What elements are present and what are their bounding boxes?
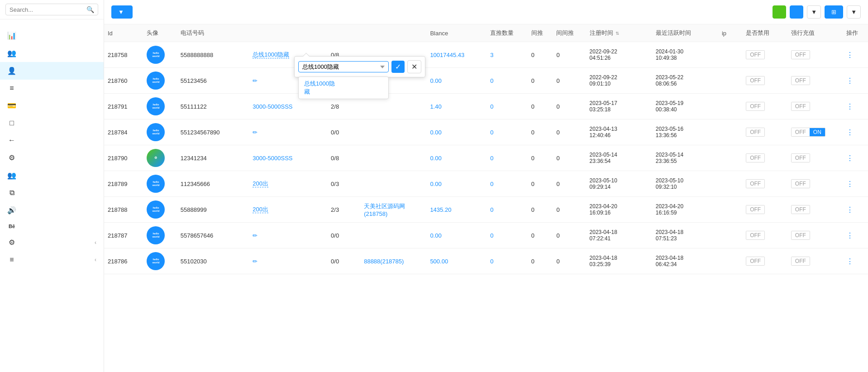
export-dropdown-button[interactable]: ▼: [807, 5, 821, 19]
popup-cancel-button[interactable]: ✕: [407, 60, 421, 73]
more-icon[interactable]: ⋮: [846, 206, 854, 214]
sidebar-item-product-list[interactable]: 🔊: [0, 201, 104, 219]
disabled-toggle[interactable]: OFF: [746, 153, 765, 162]
col-header-regtime[interactable]: 注册时间 ⇅: [586, 24, 652, 42]
force-off[interactable]: OFF: [792, 102, 810, 110]
note-link[interactable]: 3000-5000SSS: [253, 155, 292, 162]
force-on-btn[interactable]: ON: [810, 128, 825, 136]
force-off[interactable]: OFF: [792, 76, 810, 85]
more-icon[interactable]: ⋮: [846, 103, 854, 110]
disabled-toggle[interactable]: OFF: [746, 179, 765, 188]
edit-icon[interactable]: ✏: [253, 77, 258, 84]
sidebar-item-dashboard[interactable]: 📊: [0, 27, 104, 44]
add-button[interactable]: [773, 5, 786, 19]
disabled-toggle[interactable]: OFF: [746, 76, 765, 85]
force-off[interactable]: OFF: [792, 154, 810, 162]
sidebar-item-stack-mode[interactable]: ⧉: [0, 184, 104, 201]
force-toggle[interactable]: OFF: [791, 257, 810, 266]
force-off[interactable]: OFF: [792, 51, 810, 59]
sidebar-item-system-settings[interactable]: ≡ ‹: [0, 251, 104, 268]
export-button[interactable]: [790, 5, 803, 19]
more-icon[interactable]: ⋮: [846, 51, 854, 59]
disabled-off[interactable]: OFF: [746, 205, 764, 214]
cell-ip: [718, 197, 742, 223]
more-icon[interactable]: ⋮: [846, 77, 854, 85]
force-off[interactable]: OFF: [792, 205, 810, 214]
note-link-dashed[interactable]: 200出: [253, 206, 268, 213]
cell-ip: [718, 223, 742, 248]
sidebar-item-recharge-record[interactable]: 💳: [0, 97, 104, 114]
more-icon[interactable]: ⋮: [846, 129, 854, 136]
disabled-toggle[interactable]: OFF: [746, 231, 765, 240]
sidebar-item-user-list[interactable]: 👤: [0, 62, 104, 80]
force-off[interactable]: OFF: [792, 257, 810, 265]
edit-icon[interactable]: ✏: [253, 232, 258, 239]
ref-link[interactable]: 天美社区源码网(218758): [364, 203, 405, 217]
note-link-dashed[interactable]: 200出: [253, 180, 268, 187]
disabled-off[interactable]: OFF: [746, 128, 764, 136]
disabled-off[interactable]: OFF: [746, 51, 764, 59]
disabled-toggle[interactable]: OFF: [746, 128, 765, 137]
disabled-toggle[interactable]: OFF: [746, 257, 765, 266]
search-input[interactable]: [10, 6, 86, 13]
sort-regtime-icon[interactable]: ⇅: [615, 31, 619, 36]
more-icon[interactable]: ⋮: [846, 180, 854, 188]
avatar: helloworld: [147, 252, 165, 270]
sidebar-item-order-list[interactable]: ⚙: [0, 149, 104, 167]
force-toggle[interactable]: OFFON: [791, 128, 825, 137]
force-toggle[interactable]: OFF: [791, 153, 810, 162]
disabled-toggle[interactable]: OFF: [746, 50, 765, 59]
disabled-toggle[interactable]: OFF: [746, 102, 765, 111]
table-row: 218787 helloworld 5578657646 ✏ 0/0 0.00 …: [104, 223, 868, 248]
force-off[interactable]: OFF: [792, 231, 810, 239]
view-button[interactable]: ⊞: [825, 5, 843, 19]
ref-link[interactable]: 88888(218785): [364, 258, 404, 265]
cell-regtime: 2022-09-22 04:51:26: [586, 42, 652, 68]
sidebar: 🔍 📊 👥 👤 ≡ 💳 □ ← ⚙ 👥 ⧉ 🔊: [0, 0, 104, 372]
note-link[interactable]: 3000-5000SSS: [253, 103, 292, 110]
table-row: 218786 helloworld 55102030 ✏ 0/0 88888(2…: [104, 248, 868, 274]
sidebar-item-withdraw-record[interactable]: ←: [0, 132, 104, 149]
force-off[interactable]: OFF: [792, 180, 810, 188]
disabled-off[interactable]: OFF: [746, 231, 764, 239]
sidebar-item-group-manage[interactable]: 👥: [0, 167, 104, 184]
sidebar-item-agent-list[interactable]: 👥: [0, 44, 104, 62]
search-icon: 🔍: [86, 6, 94, 13]
force-toggle[interactable]: OFF: [791, 76, 810, 85]
sidebar-search-container: 🔍: [0, 0, 104, 19]
disabled-off[interactable]: OFF: [746, 257, 764, 265]
table-row: 218789 helloworld 112345666 200出 0/3 0.0…: [104, 171, 868, 197]
note-link-dashed[interactable]: 总线1000隐藏: [253, 51, 289, 58]
force-toggle[interactable]: OFF: [791, 231, 810, 240]
force-toggle[interactable]: OFF: [791, 179, 810, 188]
popup-select[interactable]: 总线1000隐藏: [298, 61, 389, 72]
suggestion-item[interactable]: 总线1000隐藏: [299, 77, 388, 99]
cell-balance: 500.00: [426, 248, 486, 274]
force-toggle[interactable]: OFF: [791, 50, 810, 59]
more-icon[interactable]: ⋮: [846, 232, 854, 239]
disabled-off[interactable]: OFF: [746, 76, 764, 85]
popup-confirm-button[interactable]: ✓: [391, 61, 405, 73]
force-toggle[interactable]: OFF: [791, 102, 810, 111]
sidebar-item-balance-record[interactable]: ≡: [0, 80, 104, 97]
force-off[interactable]: OFF: [792, 128, 810, 136]
more-icon[interactable]: ⋮: [846, 258, 854, 265]
table-row: 218790 ⚙ 12341234 3000-5000SSS 0/8 0.00 …: [104, 145, 868, 171]
disabled-toggle[interactable]: OFF: [746, 205, 765, 214]
disabled-off[interactable]: OFF: [746, 180, 764, 188]
view-dropdown-button[interactable]: ▼: [847, 5, 861, 19]
edit-icon[interactable]: ✏: [253, 258, 258, 265]
cell-phone: 5578657646: [177, 223, 249, 248]
cell-direct: 0: [486, 223, 527, 248]
disabled-off[interactable]: OFF: [746, 102, 764, 110]
disabled-off[interactable]: OFF: [746, 154, 764, 162]
cell-indirect2: 0: [553, 145, 586, 171]
cell-balance: 1435.20: [426, 197, 486, 223]
sidebar-item-config-center[interactable]: ⚙ ‹: [0, 234, 104, 251]
edit-icon[interactable]: ✏: [253, 129, 258, 136]
sidebar-item-recharge-incomplete[interactable]: □: [0, 114, 104, 132]
filter-button[interactable]: ▼: [111, 5, 133, 19]
sidebar-item-announcement[interactable]: Bē: [0, 219, 104, 234]
force-toggle[interactable]: OFF: [791, 205, 810, 214]
more-icon[interactable]: ⋮: [846, 154, 854, 162]
